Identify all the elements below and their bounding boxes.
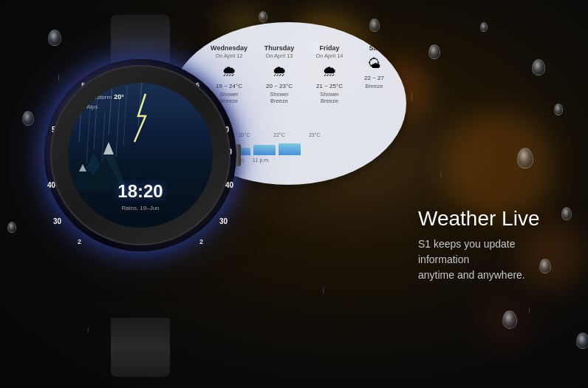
weather-icon-fri: 🌧 — [322, 63, 337, 80]
day-date-fri: On April 14 — [315, 52, 343, 59]
weather-condition-label: thunderstorm — [77, 94, 112, 101]
bar-4 — [278, 143, 301, 155]
day-name-fri: Friday — [319, 44, 339, 52]
day-name-thu: Thursday — [264, 44, 295, 52]
weather-desc-wed2: Breeze — [220, 98, 238, 104]
weather-icon-sat: 🌤 — [368, 56, 381, 72]
date-display: Rains, 19–Jun — [121, 205, 159, 211]
temp-range-wed: 19 ~ 24°C — [216, 83, 242, 89]
weather-icon-wed: 🌧 — [222, 63, 236, 80]
day-date-thu: On April 13 — [265, 52, 293, 59]
band-bottom — [111, 318, 170, 377]
temp-val-2: 20°C — [239, 132, 250, 137]
weather-desc-fri1: Shower — [320, 91, 338, 98]
promo-desc-line2: anytime and anywhere. — [418, 269, 525, 281]
day-name-wed: Wednesday — [211, 44, 247, 52]
weather-day-friday: Friday On April 14 🌧 21 ~ 25°C Shower Br… — [307, 44, 352, 104]
promo-description: S1 keeps you update information anytime … — [418, 236, 566, 283]
weather-desc-thu2: Breeze — [270, 98, 288, 104]
weather-days-row: Wednesday On April 12 🌧 19 ~ 24°C Shower… — [207, 41, 384, 104]
weather-desc-fri2: Breeze — [321, 98, 338, 104]
location-label: Aips — [86, 103, 98, 110]
temp-range-sat: 22 ~ 27 — [364, 75, 384, 81]
temp-range-fri: 21 ~ 25°C — [316, 83, 343, 89]
promo-text-block: Weather Live S1 keeps you update informa… — [418, 207, 566, 283]
temp-range-thu: 20 ~ 23°C — [266, 83, 293, 89]
weather-desc-wed1: Shower — [219, 91, 238, 98]
temperature-label: 20° — [114, 93, 124, 101]
watch-body: ▽ I 5 5 50 50 40 40 30 30 2 2 20 — [44, 59, 236, 251]
watch-bezel: thunderstorm 20° 📍 Aips 18:20 Rains, 19–… — [50, 65, 230, 245]
weather-desc-thu1: Shower — [270, 91, 288, 98]
weather-desc-sat: Breeze — [366, 83, 383, 89]
temp-val-4: 23°C — [309, 132, 321, 137]
time-label-3: 11 p.m. — [253, 157, 270, 163]
watch-face-text: thunderstorm 20° 📍 Aips 18:20 Rains, 19–… — [68, 83, 213, 228]
watch-face: thunderstorm 20° 📍 Aips 18:20 Rains, 19–… — [68, 83, 213, 228]
day-date-wed: On April 12 — [215, 52, 242, 59]
promo-title: Weather Live — [418, 207, 566, 231]
time-display: 18:20 — [117, 181, 163, 201]
weather-day-thursday: Thursday On April 13 🌧 20 ~ 23°C Shower … — [257, 44, 301, 104]
side-button — [236, 144, 241, 166]
bar-3 — [253, 145, 276, 155]
temp-val-3: 22°C — [273, 132, 285, 137]
location-pin-icon: 📍 — [77, 103, 85, 110]
weather-icon-thu: 🌧 — [272, 63, 287, 80]
promo-desc-line1: S1 keeps you update information — [418, 238, 516, 265]
